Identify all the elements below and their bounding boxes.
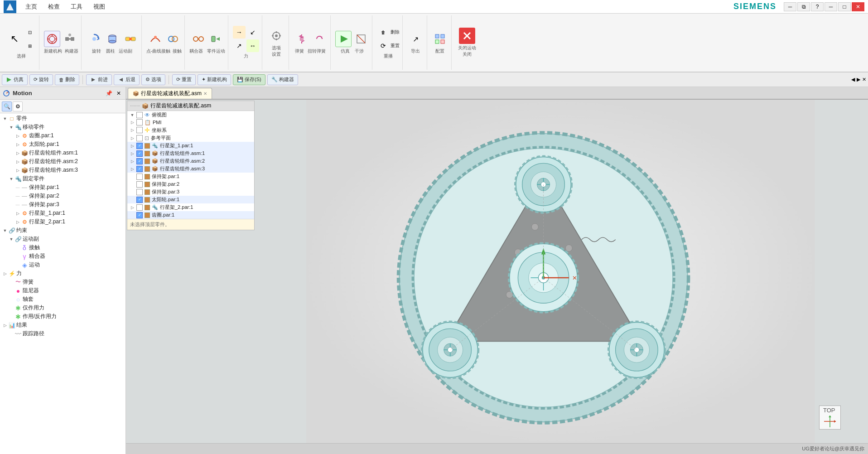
join-icon[interactable] [122, 31, 139, 47]
nav-right[interactable]: ▶ [857, 77, 860, 82]
tree-action-only[interactable]: ✱ 仅作用力 [0, 304, 125, 312]
tree-motion2[interactable]: ◈ 运动 [0, 261, 125, 269]
rotate-icon[interactable] [86, 31, 102, 47]
expand-constraints[interactable]: ▼ [2, 227, 8, 234]
tree-spring[interactable]: 〜 弹簧 [0, 278, 125, 286]
tree-coupler[interactable]: γ 精合器 [0, 252, 125, 261]
asm-check-planet2[interactable] [136, 158, 143, 164]
expand-parts[interactable]: ▼ [2, 116, 8, 122]
tb2-back-btn[interactable]: 后退 [114, 74, 140, 85]
asm-root[interactable]: ········ 📦 行星齿轮减速机装配.asm [127, 101, 254, 111]
export-icon[interactable]: ↗ [407, 31, 424, 47]
asm-check-coord[interactable] [136, 127, 143, 133]
asm-row-plane[interactable]: ▷ ⊡ 参考平面 [127, 134, 254, 142]
win-minimize[interactable]: ─ [784, 2, 796, 11]
mechanism-builder-icon[interactable] [62, 31, 78, 47]
asm-row-holder2[interactable]: 保持架.par:2 [127, 180, 254, 188]
curve-contact-icon[interactable] [147, 31, 164, 47]
asm-row-holder1[interactable]: 保持架.par:1 [127, 173, 254, 180]
tree-planet-asm3[interactable]: ▷ 📦 行星齿轮组件.asm:3 [0, 166, 125, 174]
tree-results[interactable]: ▷ 📊 结果 [0, 321, 125, 329]
asm-row-planet1[interactable]: ▷ 📦 行星齿轮组件.asm:1 [127, 150, 254, 157]
tree-parts[interactable]: ▼ □ 零件 [0, 114, 125, 123]
tree-fixed-parts[interactable]: ▼ 🔩 固定零件 [0, 174, 125, 183]
tree-planet-asm1[interactable]: ▷ 📦 行星齿轮组件.asm:1 [0, 149, 125, 157]
part-motion-icon[interactable] [208, 31, 224, 47]
menu-view[interactable]: 视图 [88, 1, 111, 13]
force-arrow1[interactable]: → [233, 26, 246, 39]
asm-tab[interactable]: 📦 行星齿轮减速机装配.asm ✕ [128, 88, 212, 99]
tb2-reset-btn[interactable]: ⟳ 重置 [172, 74, 196, 85]
tree-carrier2[interactable]: ▷ ⚙ 行星架_2.par:1 [0, 217, 125, 226]
expand-c2[interactable]: ▷ [14, 219, 21, 225]
tb2-save-btn[interactable]: 💾 保存(S) [233, 74, 265, 85]
tb2-rotate-btn[interactable]: ⟳ 旋转 [29, 74, 53, 85]
close-motion-icon[interactable] [459, 28, 475, 44]
tree-trace[interactable]: 〰 跟踪路径 [0, 329, 125, 338]
config-icon[interactable] [432, 31, 448, 47]
asm-check-holder3[interactable] [136, 189, 143, 195]
tb2-builder-btn[interactable]: 🔧 构建器 [267, 74, 298, 85]
expand-moving[interactable]: ▼ [8, 124, 14, 130]
win-help[interactable]: ? [811, 2, 824, 11]
expand-forces[interactable]: ▷ [2, 270, 8, 277]
asm-row-holder3[interactable]: 保持架.par:3 [127, 188, 254, 196]
expand-c1[interactable]: ▷ [14, 210, 21, 217]
tree-carrier1[interactable]: ▷ ⚙ 行星架_1.par:1 [0, 209, 125, 217]
asm-check-ring[interactable] [136, 212, 143, 218]
expand-planet1[interactable]: ▷ [14, 150, 21, 156]
asm-check-carrier1[interactable] [136, 143, 143, 149]
tree-contact[interactable]: δ 接触 [0, 243, 125, 252]
expand-planet2[interactable]: ▷ [14, 159, 21, 165]
asm-row-planet3[interactable]: ▷ 📦 行星齿轮组件.asm:3 [127, 165, 254, 173]
asm-check-holder2[interactable] [136, 181, 143, 188]
win-min2[interactable]: ─ [825, 2, 837, 11]
asm-row-view[interactable]: ▼ 👁 俯视图 [127, 111, 254, 119]
asm-check-pmi[interactable] [136, 119, 143, 126]
force-arrow2[interactable]: ↙ [246, 26, 259, 39]
tree-motion-joints[interactable]: ▼ 🔗 运动副 [0, 235, 125, 243]
tree-damper[interactable]: ● 阻尼器 [0, 286, 125, 295]
panel-close-icon[interactable]: ✕ [115, 89, 123, 97]
asm-check-plane[interactable] [136, 135, 143, 141]
ptab-search[interactable]: 🔍 [2, 101, 12, 111]
delete-icon[interactable]: 🗑 [377, 26, 390, 39]
torsion-spring-icon[interactable] [311, 31, 328, 47]
tb2-sim-btn[interactable]: 仿真 [2, 74, 28, 85]
menu-tools[interactable]: 工具 [65, 1, 88, 13]
replay-icon[interactable]: ⟳ [377, 39, 390, 52]
expand-sun[interactable]: ▷ [14, 141, 21, 148]
tree-planet-asm2[interactable]: ▷ 📦 行星齿轮组件.asm:2 [0, 157, 125, 166]
asm-row-coord[interactable]: ▷ ✛ 坐标系 [127, 126, 254, 134]
win-restore2[interactable]: □ [838, 2, 851, 11]
asm-check-planet3[interactable] [136, 166, 143, 172]
cylinder-icon[interactable] [104, 31, 121, 47]
asm-row-carrier2[interactable]: ▷ 🔩 行星架_2.par:1 [127, 203, 254, 211]
menu-home[interactable]: 主页 [20, 1, 43, 13]
tree-sun-gear[interactable]: ▷ ⚙ 太阳轮.par:1 [0, 140, 125, 149]
expand-fixed[interactable]: ▼ [8, 176, 14, 182]
asm-row-planet2[interactable]: ▷ 📦 行星齿轮组件.asm:2 [127, 157, 254, 165]
force-arrow3[interactable]: ↗ [233, 39, 246, 52]
touch-icon[interactable] [165, 31, 181, 47]
expand-planet3[interactable]: ▷ [14, 167, 21, 174]
tree-moving-parts[interactable]: ▼ 🔩 移动零件 [0, 123, 125, 131]
coupler-icon[interactable] [190, 31, 207, 47]
select-sub2[interactable]: ⊞ [24, 39, 36, 52]
asm-check-holder1[interactable] [136, 174, 143, 180]
expand-joints[interactable]: ▼ [8, 236, 14, 242]
tree-constraints[interactable]: ▼ 🔗 约束 [0, 226, 125, 235]
asm-check-view[interactable] [136, 112, 143, 118]
new-mechanism-icon[interactable] [44, 31, 60, 47]
select-icon[interactable]: ↖ [6, 31, 23, 47]
tb2-options-btn[interactable]: ⚙ 选项 [141, 74, 165, 85]
expand-ring[interactable]: ▷ [14, 133, 21, 139]
ptab-settings[interactable]: ⚙ [13, 101, 23, 111]
tree-holder2[interactable]: — — 保持架.par:2 [0, 192, 125, 200]
select-sub1[interactable]: ⊡ [24, 26, 36, 39]
tree-holder3[interactable]: — — 保持架.par:3 [0, 200, 125, 209]
panel-pin-icon[interactable]: 📌 [105, 89, 113, 97]
asm-row-sun[interactable]: 太阳轮.par:1 [127, 196, 254, 203]
nav-left[interactable]: ◀ [851, 77, 855, 82]
asm-tab-close[interactable]: ✕ [203, 91, 207, 96]
